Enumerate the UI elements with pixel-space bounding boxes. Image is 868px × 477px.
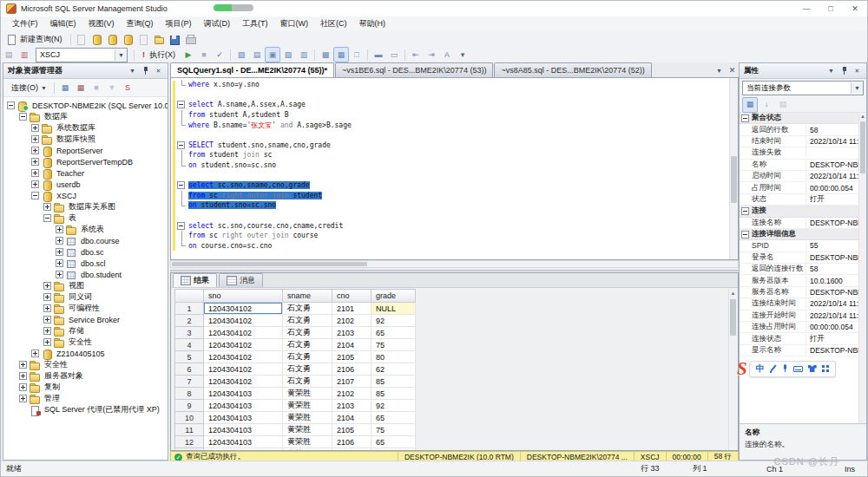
grid-cell[interactable]: 2102 [332,388,372,400]
window-position-icon[interactable]: ▼ [825,65,838,77]
save-icon[interactable] [168,31,183,47]
include-client-statistics-icon[interactable]: ▥ [296,47,312,62]
code-line[interactable]: from sc right outer join course [177,231,726,241]
grid-cell[interactable]: 65 [372,327,416,339]
grid-cell[interactable]: 2101 [332,303,372,315]
expander-icon[interactable] [31,124,39,132]
font-color-icon[interactable]: A [439,47,455,62]
row-number[interactable]: 4 [175,339,204,351]
toolbar-overflow-icon[interactable]: ▾ [455,47,470,62]
disconnect-server-icon[interactable]: ▦ [73,80,89,95]
expander-icon[interactable] [31,158,39,166]
connect-server-icon[interactable]: ▦ [57,80,73,95]
expander-icon[interactable] [43,338,51,346]
grid-cell[interactable]: 1204304102 [204,315,283,327]
attach-database-icon[interactable] [105,31,121,47]
grid-cell[interactable]: 2104 [332,339,372,351]
code-line[interactable]: from student A,student B [177,110,726,121]
tree-item[interactable]: 服务器对象 [3,370,168,382]
expander-icon[interactable] [19,383,27,391]
property-row[interactable]: 服务器名称DESKTOP-NBME2IK [740,287,866,298]
code-line[interactable] [177,130,726,140]
tree-item[interactable]: 同义词 [3,291,168,303]
script-icon[interactable]: S [120,80,135,95]
property-row[interactable]: 连接状态打开 [740,333,866,344]
grid-cell[interactable]: 1204304102 [204,376,283,388]
row-number[interactable]: 8 [175,388,204,400]
print-icon[interactable] [183,31,199,47]
menu-item[interactable]: 帮助(H) [353,17,392,30]
grid-cell[interactable]: 65 [372,436,416,448]
close-panel-icon[interactable]: ✕ [152,65,165,77]
tree-item[interactable]: userdb [3,179,168,190]
grid-cell[interactable]: 2104 [332,412,372,424]
code-line[interactable]: where x.sno=y.sno [177,80,726,90]
expander-icon[interactable] [56,225,63,233]
row-number-header[interactable] [175,290,204,303]
code-line[interactable]: from student join sc [177,150,726,160]
expander-icon[interactable] [43,327,51,335]
toolbar-overflow-icon[interactable] [199,31,214,47]
code-line[interactable]: on student.sno=sc.sno [177,160,726,171]
grid-cell[interactable]: 黄荣胜 [283,448,332,451]
expander-icon[interactable] [56,271,63,278]
grid-cell[interactable]: 1204304102 [204,363,283,376]
code-line[interactable]: select A.sname,A.ssex,A.sage [177,100,726,110]
tree-item[interactable]: 安全性 [3,359,168,370]
grid-cell[interactable]: 80 [372,351,416,363]
expander-icon[interactable] [7,101,15,109]
specify-template-values-icon[interactable]: ▣ [265,47,280,62]
row-number[interactable]: 6 [175,363,204,376]
grid-cell[interactable]: 85 [372,376,416,388]
expander-icon[interactable] [19,361,27,369]
stop-icon[interactable]: ■ [196,47,212,62]
row-number[interactable]: 13 [175,448,204,451]
alphabetical-icon[interactable]: ↓ [759,97,774,113]
property-row[interactable]: 启动时间2022/10/14 11:55: [740,171,866,182]
grid-cell[interactable]: 92 [372,400,416,412]
grid-cell[interactable]: 1204304102 [204,339,283,351]
code-line[interactable]: select sc.sno,sname,cno,grade [177,180,726,191]
include-actual-plan-icon[interactable]: ▨ [280,47,296,62]
grid-cell[interactable]: 1204304103 [204,424,283,436]
pin-icon[interactable] [838,65,851,77]
expander-icon[interactable] [43,214,51,222]
column-header-sno[interactable]: sno [204,290,283,303]
expander-icon[interactable] [741,207,749,215]
database-combo[interactable]: XSCJ ▼ [36,48,128,62]
grid-cell[interactable]: 1204304103 [204,388,283,400]
tree-item[interactable]: dbo.course [3,235,168,246]
editor-vertical-scrollbar[interactable] [729,78,738,259]
properties-object-combo[interactable]: 当前连接参数 ▼ [742,81,864,95]
tab-messages[interactable]: 消息 [219,273,263,287]
property-row[interactable]: 登录名DESKTOP-NBME2IK [740,252,866,264]
chevron-down-icon[interactable]: ▼ [851,82,863,94]
grid-cell[interactable]: 62 [372,363,416,376]
grid-cell[interactable]: 1204304102 [204,327,283,339]
grid-cell[interactable]: 石文勇 [283,327,332,339]
active-files-icon[interactable]: ▼ [713,64,726,76]
tree-item[interactable]: 安全性 [3,337,168,348]
scrollbar-thumb[interactable] [860,121,865,173]
row-number[interactable]: 1 [175,303,204,315]
grid-cell[interactable]: 2107 [332,376,372,388]
minimize-button[interactable]: — [794,1,819,16]
grid-cell[interactable]: 1204304103 [204,412,283,424]
grid-cell[interactable]: 2107 [332,448,372,451]
tree-item[interactable]: dbo.sc [3,246,168,258]
scrollbar-thumb[interactable] [731,156,737,203]
tree-item[interactable]: XSCJ [3,190,168,201]
property-row[interactable]: 占用时间00:00:00.054 [740,182,866,193]
row-number[interactable]: 2 [175,315,204,327]
code-line[interactable] [177,211,726,221]
grid-cell[interactable]: 92 [372,315,416,327]
grid-cell[interactable]: 2103 [332,400,372,412]
connect-button[interactable]: 连接(O) ▼ [7,80,51,95]
categorized-icon[interactable]: ▦ [742,97,758,113]
filter-icon[interactable]: ▼ [104,80,120,95]
row-number[interactable]: 12 [175,436,204,448]
grid-cell[interactable]: 1204304103 [204,448,283,451]
property-row[interactable]: 连接占用时间00:00:00.054 [740,322,866,333]
column-header-sname[interactable]: sname [283,290,332,303]
property-category[interactable]: 连接 [740,206,866,217]
